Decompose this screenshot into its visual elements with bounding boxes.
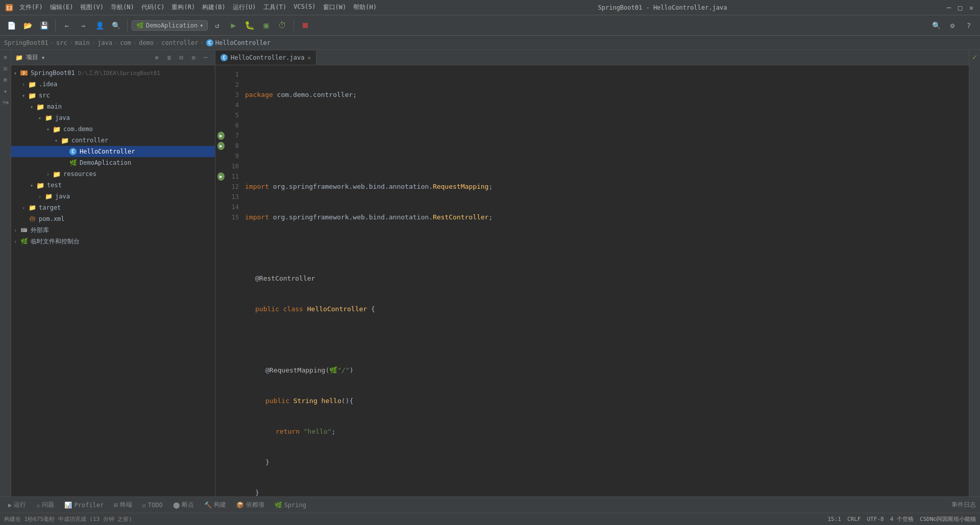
breadcrumb-main[interactable]: main — [75, 39, 90, 46]
tree-java-test[interactable]: › 📁 java — [11, 191, 215, 202]
profile-button[interactable]: ⏱ — [275, 18, 289, 33]
toolbar-divider-3 — [293, 19, 294, 32]
line-ending[interactable]: CRLF — [847, 516, 861, 522]
menu-build[interactable]: 构建(B) — [199, 2, 229, 13]
new-file-button[interactable]: 📄 — [4, 18, 18, 33]
indent[interactable]: 4 个空格 — [890, 515, 914, 523]
breadcrumb-demo[interactable]: demo — [139, 39, 154, 46]
tree-root[interactable]: ▾ P SpringBoot01 D:\工作\IDEA\SpringBoot01 — [11, 67, 215, 79]
menu-window[interactable]: 窗口(W) — [320, 2, 350, 13]
menu-refactor[interactable]: 重构(R) — [168, 2, 198, 13]
bottom-tab-todo[interactable]: ☑ TODO — [138, 498, 167, 512]
bottom-tab-dependencies[interactable]: 📦 依赖项 — [232, 498, 268, 512]
favorites-button[interactable]: ★ — [1, 86, 11, 96]
breadcrumb-com[interactable]: com — [120, 39, 131, 46]
event-log-link[interactable]: 事件日志 — [951, 501, 976, 509]
minimize-button[interactable]: ─ — [945, 4, 952, 11]
run-button[interactable]: ▶ — [226, 18, 240, 33]
stop-button[interactable]: ⏹ — [298, 18, 312, 33]
activity-bar: ≡ ⊡ ⊞ ★ 🐜 — [0, 50, 11, 496]
breadcrumb-project[interactable]: SpringBoot01 — [4, 39, 48, 46]
help-button[interactable]: ? — [962, 18, 976, 33]
forward-button[interactable]: → — [76, 18, 90, 33]
code-editor[interactable]: 1 2 3 4 5 — [215, 65, 969, 496]
tree-resources[interactable]: › 📁 resources — [11, 168, 215, 180]
gutter-action-11[interactable]: ▶ — [217, 172, 226, 181]
tree-controller[interactable]: ▾ 📁 controller — [11, 135, 215, 146]
menu-edit[interactable]: 编辑(E) — [47, 2, 77, 13]
run-method-icon[interactable]: ▶ — [217, 172, 225, 181]
search-everywhere-button[interactable]: 🔍 — [929, 18, 943, 33]
gutter-action-8[interactable]: ▶ — [217, 142, 226, 150]
tree-test[interactable]: ▾ 📁 test — [11, 180, 215, 191]
project-tool-button[interactable]: ≡ — [1, 52, 11, 62]
tree-scratch[interactable]: › 🌿 临时文件和控制台 — [11, 236, 215, 247]
dropdown-icon[interactable]: ▾ — [41, 54, 45, 61]
gutter-line-5: 5 — [215, 110, 241, 120]
bottom-tab-problems[interactable]: ⚠ 问题 — [32, 498, 58, 512]
back-button[interactable]: ← — [60, 18, 74, 33]
menu-help[interactable]: 帮助(H) — [350, 2, 380, 13]
breadcrumb-src[interactable]: src — [56, 39, 67, 46]
tree-comdemo[interactable]: ▾ 📁 com.demo — [11, 123, 215, 135]
run-config-selector[interactable]: 🌿 DemoAplication ▾ — [132, 20, 208, 31]
collapse-all-button[interactable]: ⊟ — [176, 53, 186, 63]
breadcrumb-java[interactable]: java — [97, 39, 112, 46]
close-button[interactable]: ✕ — [968, 4, 975, 11]
charset[interactable]: UTF-8 — [867, 516, 884, 522]
ant-button[interactable]: 🐜 — [1, 97, 11, 107]
run-class-icon[interactable]: ▶ — [217, 132, 225, 140]
bookmark-button[interactable]: ⊡ — [1, 63, 11, 73]
panel-settings-button[interactable]: ⚙ — [188, 53, 199, 63]
tree-pom[interactable]: ⓜ pom.xml — [11, 213, 215, 224]
locate-file-button[interactable]: ⊕ — [152, 53, 162, 63]
tree-idea[interactable]: › 📁 .idea — [11, 79, 215, 90]
run-class-icon-2[interactable]: ▶ — [217, 142, 225, 150]
save-button[interactable]: 💾 — [37, 18, 51, 33]
menu-tools[interactable]: 工具(T) — [260, 2, 290, 13]
menu-code[interactable]: 代码(C) — [138, 2, 168, 13]
tree-src[interactable]: ▾ 📁 src — [11, 90, 215, 101]
sync-button[interactable]: ↺ — [210, 18, 224, 33]
find-button[interactable]: 🔍 — [109, 18, 123, 33]
code-content[interactable]: package com.demo.controller; import org.… — [241, 65, 969, 496]
gutter-line-4: 4 — [215, 100, 241, 110]
cursor-position[interactable]: 15:1 — [828, 516, 842, 522]
bottom-tab-profiler[interactable]: 📊 Profiler — [60, 498, 108, 512]
tree-external-libs[interactable]: › lib 外部库 — [11, 224, 215, 236]
expand-all-button[interactable]: ≣ — [164, 53, 174, 63]
maximize-button[interactable]: □ — [957, 4, 964, 11]
terminal-tab-label: 终端 — [120, 501, 132, 509]
menu-run[interactable]: 运行(U) — [230, 2, 259, 13]
structure-button[interactable]: ⊞ — [1, 74, 11, 85]
gutter-action-7[interactable]: ▶ — [217, 132, 226, 140]
bottom-tab-spring[interactable]: 🌿 Spring — [271, 498, 310, 512]
breadcrumb-controller[interactable]: controller — [161, 39, 198, 46]
settings-button[interactable]: ⚙ — [945, 18, 960, 33]
code-line-1: package com.demo.controller; — [245, 90, 969, 100]
tree-target[interactable]: › 📁 target — [11, 202, 215, 213]
open-button[interactable]: 📂 — [20, 18, 35, 33]
bottom-toolbar: ▶ 运行 ⚠ 问题 📊 Profiler ⊟ 终端 ☑ TODO ⬤ 断点 🔨 … — [0, 496, 980, 513]
bottom-tab-breakpoints[interactable]: ⬤ 断点 — [169, 498, 198, 512]
debug-button[interactable]: 🐛 — [242, 18, 257, 33]
tree-demoapplication[interactable]: 🌿 DemoAplication — [11, 157, 215, 168]
bottom-tab-run[interactable]: ▶ 运行 — [4, 498, 30, 512]
pom-file-icon: ⓜ — [28, 215, 37, 223]
breadcrumb-class[interactable]: HelloController — [215, 39, 271, 46]
tree-root-label: SpringBoot01 — [31, 69, 75, 77]
hide-panel-button[interactable]: ─ — [201, 53, 211, 63]
tab-close-button[interactable]: ✕ — [308, 55, 311, 61]
bottom-tab-build[interactable]: 🔨 构建 — [200, 498, 230, 512]
menu-view[interactable]: 视图(V) — [77, 2, 107, 13]
menu-file[interactable]: 文件(F) — [16, 2, 46, 13]
menu-vcs[interactable]: VCS(S) — [290, 2, 318, 13]
tree-main[interactable]: ▾ 📁 main — [11, 101, 215, 112]
tree-hellocontroller[interactable]: C HelloController — [11, 146, 215, 157]
tree-java[interactable]: ▾ 📁 java — [11, 112, 215, 123]
bottom-tab-terminal[interactable]: ⊟ 终端 — [110, 498, 136, 512]
editor-tab-hellocontroller[interactable]: C HelloController.java ✕ — [215, 51, 316, 65]
menu-navigate[interactable]: 导航(N) — [108, 2, 137, 13]
recent-files-button[interactable]: 👤 — [92, 18, 107, 33]
coverage-button[interactable]: ▣ — [259, 18, 273, 33]
